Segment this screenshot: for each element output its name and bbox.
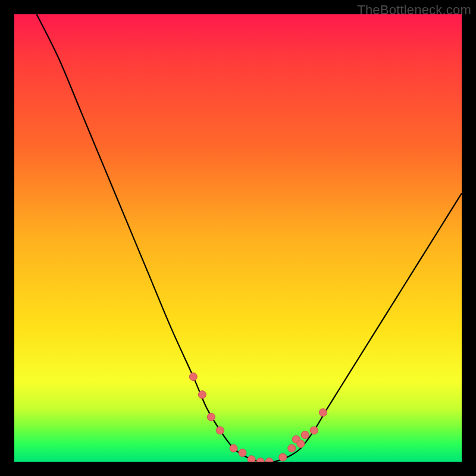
highlight-dots (189, 373, 327, 462)
highlight-dot (297, 440, 305, 447)
highlight-dot (288, 444, 296, 452)
highlight-dot (239, 449, 246, 457)
watermark-text: TheBottleneck.com (357, 2, 471, 18)
highlight-dot (216, 427, 224, 434)
bottleneck-curve (37, 14, 462, 462)
chart-frame: TheBottleneck.com (0, 0, 476, 476)
plot-area (14, 14, 462, 462)
highlight-dot (248, 456, 255, 462)
highlight-dot (189, 373, 197, 381)
highlight-dot (310, 427, 318, 434)
highlight-dot (256, 458, 264, 462)
highlight-dot (279, 453, 287, 461)
highlight-dot (319, 409, 327, 416)
highlight-dot (230, 444, 237, 452)
highlight-dot (198, 391, 206, 399)
highlight-dot (265, 458, 273, 462)
chart-svg (14, 14, 462, 462)
highlight-dot (207, 413, 215, 421)
highlight-dot (301, 431, 309, 439)
